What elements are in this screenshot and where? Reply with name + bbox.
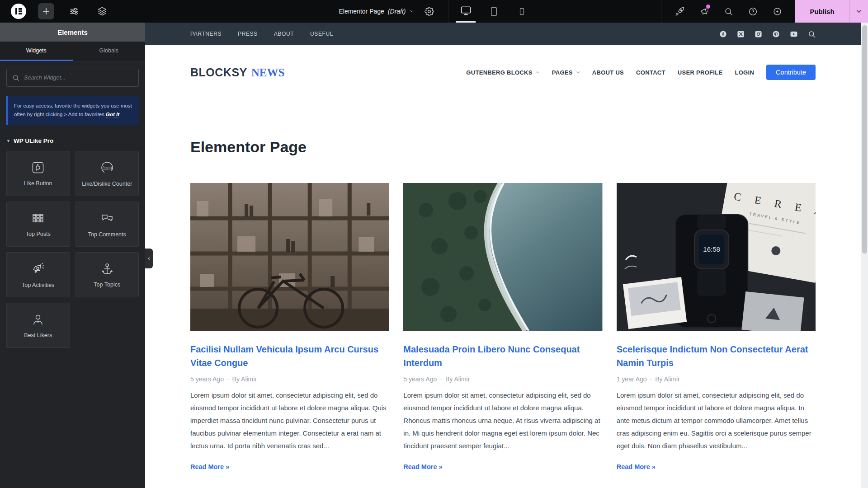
nav-pages[interactable]: PAGES bbox=[552, 69, 580, 76]
search-icon[interactable] bbox=[808, 30, 816, 38]
coastline-photo-art bbox=[403, 183, 602, 331]
nav-user-profile[interactable]: USER PROFILE bbox=[678, 69, 723, 76]
tab-widgets[interactable]: Widgets bbox=[0, 42, 73, 61]
help-button[interactable] bbox=[743, 0, 763, 23]
svg-text:16:58: 16:58 bbox=[703, 245, 720, 253]
got-it-link[interactable]: Got It bbox=[106, 112, 119, 117]
mobile-icon bbox=[517, 7, 527, 16]
post-thumbnail-bookshelf-bicycle[interactable] bbox=[190, 183, 389, 331]
help-icon bbox=[748, 7, 758, 16]
read-more-link[interactable]: Read More » bbox=[190, 463, 389, 470]
device-mobile-button[interactable] bbox=[512, 0, 532, 23]
widget-label: Top Posts bbox=[26, 231, 51, 237]
device-desktop-button[interactable] bbox=[456, 0, 476, 23]
widget-label: Top Activities bbox=[22, 282, 54, 288]
gear-icon bbox=[425, 7, 434, 16]
site-settings-button[interactable] bbox=[66, 3, 82, 19]
section-collapse-caret-icon: ▾ bbox=[7, 138, 9, 143]
site-header: BLOCKSY NEWS GUTENBERG BLOCKS PAGES ABOU… bbox=[145, 45, 868, 99]
publish-options-button[interactable] bbox=[849, 0, 868, 23]
post-date: 1 year Ago bbox=[617, 375, 647, 383]
elementor-logo-icon bbox=[11, 4, 26, 19]
post-title-link[interactable]: Malesuada Proin Libero Nunc Consequat In… bbox=[403, 343, 602, 370]
site-nav: GUTENBERG BLOCKS PAGES ABOUT US CONTACT … bbox=[466, 65, 816, 80]
utility-link-useful[interactable]: USEFUL bbox=[310, 31, 333, 37]
post-thumbnail-coastline[interactable] bbox=[403, 183, 602, 331]
logo-secondary: NEWS bbox=[251, 66, 285, 79]
widget-card-best-likers[interactable]: Best Likers bbox=[6, 303, 70, 348]
youtube-icon[interactable] bbox=[790, 30, 798, 38]
finder-search-icon bbox=[724, 7, 733, 16]
site-utility-bar: PARTNERS PRESS ABOUT USEFUL bbox=[145, 23, 868, 45]
utility-link-about[interactable]: ABOUT bbox=[274, 31, 294, 37]
gadgets-photo-art: C E R E A TRAVEL & STYLE 16:58 bbox=[617, 183, 816, 331]
chevron-down-icon bbox=[856, 8, 862, 14]
finder-button[interactable] bbox=[718, 0, 738, 23]
anchor-icon bbox=[100, 262, 114, 276]
x-twitter-icon[interactable] bbox=[737, 30, 745, 38]
page-title: Elementor Page bbox=[190, 138, 816, 156]
tab-globals[interactable]: Globals bbox=[73, 42, 146, 61]
nav-label: LOGIN bbox=[735, 69, 754, 76]
document-switcher[interactable]: Elementor Page (Draft) bbox=[339, 8, 415, 15]
widget-card-top-comments[interactable]: Top Comments bbox=[75, 202, 139, 247]
nav-label: USER PROFILE bbox=[678, 69, 723, 76]
nav-gutenberg-blocks[interactable]: GUTENBERG BLOCKS bbox=[466, 69, 539, 76]
structure-button[interactable] bbox=[94, 3, 110, 19]
nav-label: GUTENBERG BLOCKS bbox=[466, 69, 532, 76]
utility-link-press[interactable]: PRESS bbox=[238, 31, 258, 37]
read-more-link[interactable]: Read More » bbox=[617, 463, 816, 470]
posts-grid-icon bbox=[31, 211, 45, 225]
post-thumbnail-smartwatch-flatlay[interactable]: C E R E A TRAVEL & STYLE 16:58 bbox=[617, 183, 816, 331]
post-excerpt: Lorem ipsum dolor sit amet, consectetur … bbox=[190, 389, 389, 452]
widget-card-top-activities[interactable]: Top Activities bbox=[6, 252, 70, 297]
read-more-link[interactable]: Read More » bbox=[403, 463, 602, 470]
pinterest-icon[interactable] bbox=[772, 30, 780, 38]
scrollbar-thumb[interactable] bbox=[862, 25, 867, 253]
preview-button[interactable] bbox=[767, 0, 787, 23]
post-title-link[interactable]: Facilisi Nullam Vehicula Ipsum Arcu Curs… bbox=[190, 343, 389, 370]
document-settings-button[interactable] bbox=[421, 3, 438, 19]
whats-new-button[interactable] bbox=[694, 0, 714, 23]
thumbs-up-icon bbox=[31, 160, 45, 175]
publish-button[interactable]: Publish bbox=[795, 0, 849, 23]
post-author[interactable]: By Alimir bbox=[445, 375, 470, 383]
publish-label: Publish bbox=[810, 8, 834, 15]
checklist-button[interactable] bbox=[670, 0, 689, 23]
document-status: (Draft) bbox=[388, 8, 406, 15]
device-tablet-button[interactable] bbox=[484, 0, 504, 23]
bookshelf-photo-art bbox=[190, 183, 389, 331]
widget-card-top-posts[interactable]: Top Posts bbox=[6, 202, 70, 247]
nav-login[interactable]: LOGIN bbox=[735, 69, 754, 76]
contribute-button[interactable]: Contribute bbox=[766, 65, 816, 80]
rocket-icon bbox=[675, 7, 684, 16]
widget-card-top-topics[interactable]: Top Topics bbox=[75, 252, 139, 297]
chat-bubbles-icon bbox=[99, 211, 115, 226]
utility-link-partners[interactable]: PARTNERS bbox=[190, 31, 222, 37]
post-meta: 5 years Ago · By Alimir bbox=[190, 375, 389, 383]
instagram-icon[interactable] bbox=[755, 30, 762, 38]
widget-label: Best Likers bbox=[24, 332, 52, 338]
site-logo[interactable]: BLOCKSY NEWS bbox=[190, 66, 284, 79]
svg-text:(123): (123) bbox=[102, 165, 112, 170]
facebook-icon[interactable] bbox=[719, 30, 727, 38]
panel-collapse-handle[interactable] bbox=[145, 249, 153, 268]
elementor-logo[interactable] bbox=[11, 4, 26, 19]
post-meta: 5 years Ago · By Alimir bbox=[403, 375, 602, 383]
widget-card-like-button[interactable]: Like Button bbox=[6, 151, 70, 196]
add-element-button[interactable] bbox=[38, 3, 54, 19]
nav-label: PAGES bbox=[552, 69, 573, 76]
post-title-link[interactable]: Scelerisque Indictum Non Consectetur Aer… bbox=[617, 343, 816, 370]
tablet-icon bbox=[489, 6, 499, 17]
widget-card-like-dislike-counter[interactable]: (123) Like/Dislike Counter bbox=[75, 151, 139, 196]
nav-contact[interactable]: CONTACT bbox=[636, 69, 665, 76]
megaphone-icon bbox=[30, 261, 46, 277]
section-wp-ulike-pro[interactable]: ▾ WP ULike Pro bbox=[7, 137, 138, 144]
search-widget-input[interactable] bbox=[24, 75, 133, 81]
page-scrollbar[interactable] bbox=[861, 23, 868, 488]
chevron-down-icon bbox=[535, 70, 540, 75]
post-author[interactable]: By Alimir bbox=[655, 375, 679, 383]
chevron-down-icon bbox=[576, 70, 580, 75]
nav-about-us[interactable]: ABOUT US bbox=[592, 69, 624, 76]
post-author[interactable]: By Alimir bbox=[232, 375, 257, 383]
